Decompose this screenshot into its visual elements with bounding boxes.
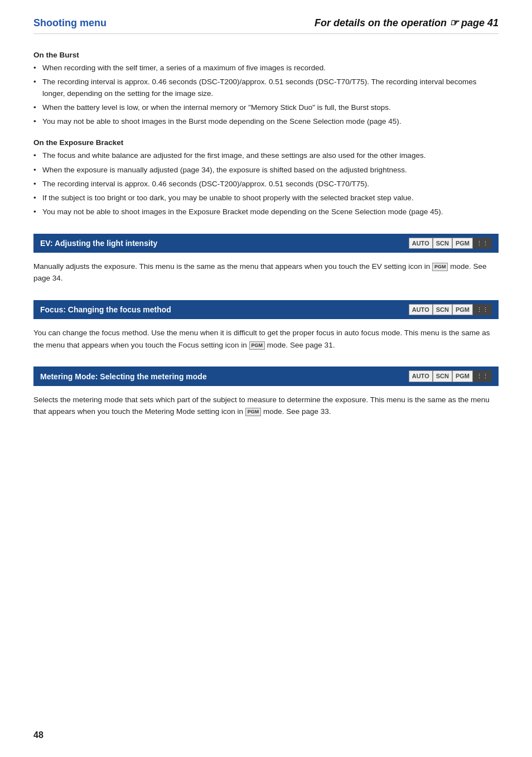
metering-body-text: Selects the metering mode that sets whic… [33,396,490,416]
badge-pgm: PGM [452,304,473,315]
badge-auto: AUTO [409,238,433,249]
burst-bullets: When recording with the self timer, a se… [33,62,499,127]
focus-title: Focus: Changing the focus method [40,305,171,314]
badge-pgm: PGM [452,370,473,382]
metering-section-header: Metering Mode: Selecting the metering mo… [33,367,499,385]
header-right-label: For details on the operation [315,17,447,28]
badge-auto: AUTO [409,304,433,315]
list-item: When the exposure is manually adjusted (… [33,165,499,176]
focus-mode-badges: AUTO SCN PGM ⋮⋮ [409,304,492,315]
exposure-bracket-heading: On the Exposure Bracket [33,138,499,147]
badge-dark: ⋮⋮ [473,304,492,315]
ev-mode-badges: AUTO SCN PGM ⋮⋮ [409,238,492,249]
badge-scn: SCN [433,370,452,382]
list-item: The recording interval is approx. 0.46 s… [33,179,499,190]
focus-section: Focus: Changing the focus method AUTO SC… [33,300,499,351]
shooting-menu-label: Shooting menu [33,17,107,29]
list-item: You may not be able to shoot images in t… [33,116,499,127]
header-page: page 41 [461,17,499,28]
header-symbol: ☞ [449,17,461,28]
badge-auto: AUTO [409,370,433,382]
badge-dark: ⋮⋮ [473,370,492,382]
header-reference: For details on the operation ☞ page 41 [315,17,499,29]
exposure-bracket-bullets: The focus and white balance are adjusted… [33,150,499,218]
ev-section-header: EV: Adjusting the light intensity AUTO S… [33,234,499,253]
badge-scn: SCN [433,304,452,315]
focus-body: You can change the focus method. Use the… [33,327,499,351]
focus-body-suffix: mode. See page 31. [267,341,335,349]
list-item: When recording with the self timer, a se… [33,62,499,74]
pgm-icon: PGM [249,341,265,350]
badge-dark: ⋮⋮ [473,238,492,249]
list-item: The recording interval is approx. 0.46 s… [33,76,499,99]
pgm-icon: PGM [245,408,262,416]
ev-body: Manually adjusts the exposure. This menu… [33,261,499,285]
metering-body: Selects the metering mode that sets whic… [33,394,499,418]
list-item: If the subject is too bright or too dark… [33,192,499,204]
list-item: The focus and white balance are adjusted… [33,150,499,161]
focus-section-header: Focus: Changing the focus method AUTO SC… [33,300,499,319]
ev-body-text: Manually adjusts the exposure. This menu… [33,262,430,271]
badge-scn: SCN [433,238,452,249]
badge-pgm: PGM [452,238,473,249]
metering-body-suffix: mode. See page 33. [263,407,331,416]
ev-section: EV: Adjusting the light intensity AUTO S… [33,234,499,285]
metering-title: Metering Mode: Selecting the metering mo… [40,372,207,381]
metering-section: Metering Mode: Selecting the metering mo… [33,367,499,417]
list-item: When the battery level is low, or when t… [33,102,499,113]
pgm-icon: PGM [432,263,448,271]
burst-heading: On the Burst [33,51,499,59]
metering-mode-badges: AUTO SCN PGM ⋮⋮ [409,370,492,382]
ev-title: EV: Adjusting the light intensity [40,239,157,248]
page-header: Shooting menu For details on the operati… [33,17,499,34]
list-item: You may not be able to shoot images in t… [33,206,499,218]
page: Shooting menu For details on the operati… [0,0,532,757]
page-number: 48 [33,730,43,740]
